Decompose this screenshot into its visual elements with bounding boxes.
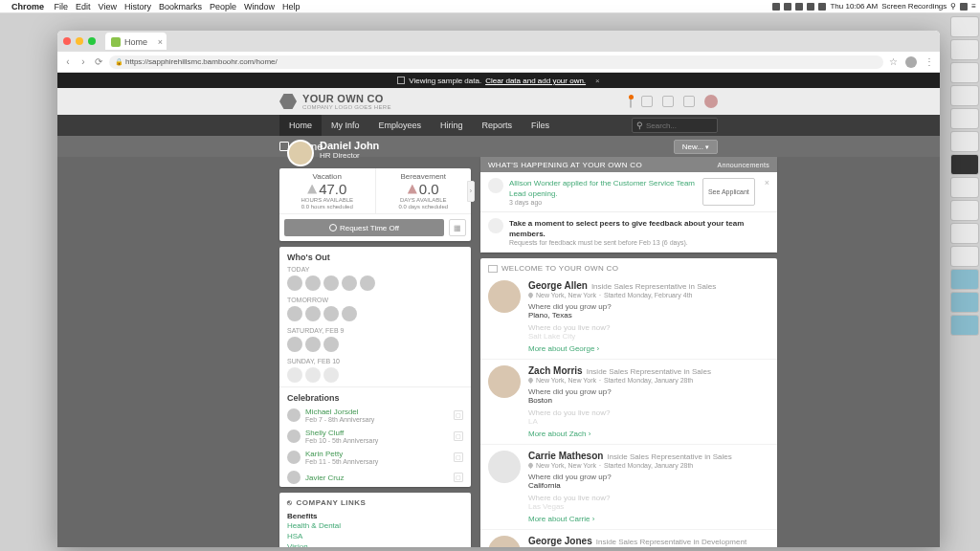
mac-app-menu[interactable]: Chrome FileEditViewHistoryBookmarksPeopl… [11, 2, 308, 11]
avatar[interactable] [305, 306, 321, 321]
celebration-item[interactable]: Karin PettyFeb 11 - 5th Anniversary▢ [279, 447, 471, 468]
cake-icon: ▢ [454, 473, 463, 482]
request-time-off-button[interactable]: Request Time Off [284, 219, 444, 236]
kebab-icon[interactable]: ⋮ [924, 56, 934, 68]
see-applicant-button[interactable]: See Applicant [702, 178, 755, 206]
avatar[interactable] [305, 276, 321, 291]
balance-vacation[interactable]: Vacation 47.0 HOURS AVAILABLE 0.0 hours … [279, 168, 375, 213]
avatar[interactable] [287, 140, 314, 166]
star-icon[interactable]: ☆ [889, 56, 898, 68]
cloud-icon[interactable] [641, 96, 653, 107]
avatar[interactable] [287, 276, 302, 291]
avatar[interactable] [305, 367, 321, 383]
avatar[interactable] [488, 451, 521, 483]
avatar[interactable] [342, 306, 357, 321]
tab-title: Home [124, 37, 147, 47]
announcements-link[interactable]: Announcements [718, 162, 770, 168]
nav-reports[interactable]: Reports [473, 115, 523, 136]
balance-bereavement[interactable]: Bereavement 0.0 DAYS AVAILABLE 0.0 days … [375, 168, 472, 213]
clear-sample-link[interactable]: Clear data and add your own. [485, 77, 586, 85]
more-link[interactable]: More about Carrie › [528, 515, 769, 523]
dismiss-icon[interactable]: × [761, 178, 769, 206]
notification-badge [629, 95, 634, 99]
nav-employees[interactable]: Employees [369, 115, 432, 136]
person-name[interactable]: George Allen [528, 280, 588, 291]
company-link[interactable]: Health & Dental [279, 520, 471, 531]
global-search[interactable]: ⚲ [632, 118, 718, 133]
avatar[interactable] [287, 337, 302, 352]
profile-icon[interactable] [905, 56, 917, 68]
more-link[interactable]: More about George › [528, 344, 769, 353]
nav-files[interactable]: Files [522, 115, 559, 136]
avatar[interactable] [323, 276, 339, 291]
avatar[interactable] [488, 365, 521, 398]
sample-text: Viewing sample data. [409, 77, 481, 85]
welcome-person: George AllenInside Sales Representative … [480, 275, 777, 360]
nav-myinfo[interactable]: My Info [322, 115, 369, 136]
avatar[interactable] [323, 367, 339, 383]
notice-headline: Allison Wonder applied for the Customer … [509, 178, 697, 199]
avatar[interactable] [488, 536, 521, 547]
search-input[interactable] [646, 121, 713, 130]
forward-icon[interactable]: › [78, 57, 88, 67]
avatar [287, 408, 301, 422]
calendar-button[interactable]: ▦ [449, 219, 466, 236]
avatar[interactable] [488, 280, 521, 313]
avatar[interactable] [287, 367, 302, 383]
person-name[interactable]: Carrie Matheson [528, 451, 603, 461]
person-name[interactable]: Zach Morris [528, 365, 583, 376]
next-balance-icon[interactable]: › [467, 181, 475, 202]
status-icon [772, 3, 780, 11]
menu-icon[interactable]: ≡ [971, 2, 976, 11]
welcome-card: WELCOME TO YOUR OWN CO George AllenInsid… [480, 258, 777, 547]
avatar[interactable] [287, 306, 302, 321]
avatar [287, 451, 301, 464]
avatar[interactable] [360, 276, 375, 291]
page-content: Viewing sample data. Clear data and add … [57, 73, 940, 547]
left-column: Daniel John HR Director Vacation 47.0 HO… [279, 157, 471, 547]
avatar[interactable] [305, 337, 321, 352]
help-icon[interactable] [683, 96, 695, 107]
mac-time: Thu 10:06 AM [830, 2, 878, 11]
reload-icon[interactable]: ⟳ [94, 57, 103, 67]
page-hero: Home New... [57, 136, 940, 157]
celebration-item[interactable]: Shelly CluffFeb 10 - 5th Anniversary▢ [279, 426, 471, 447]
nav-hiring[interactable]: Hiring [431, 115, 473, 136]
right-column: WHAT'S HAPPENING AT YOUR OWN CO Announce… [480, 157, 777, 547]
search-icon: ⚲ [636, 121, 643, 130]
avatar[interactable] [704, 95, 718, 108]
welcome-person: Carrie MathesonInside Sales Representati… [480, 445, 777, 530]
company-link[interactable]: HSA [279, 531, 471, 541]
profile-name: Daniel John [320, 140, 379, 151]
person-name[interactable]: George Jones [528, 536, 592, 546]
company-link[interactable]: Vision [279, 541, 471, 547]
close-tab-icon[interactable]: × [158, 37, 163, 47]
address-bar[interactable]: 🔒 https://sapphirehillsmc.bamboohr.com/h… [109, 55, 883, 69]
new-button[interactable]: New... [674, 140, 718, 154]
favicon-icon [111, 37, 121, 47]
browser-tab[interactable]: Home × [105, 33, 167, 50]
celebration-item[interactable]: Michael JorsdelFeb 7 - 8th Anniversary▢ [279, 405, 471, 426]
avatar[interactable] [323, 306, 339, 321]
happening-card: WHAT'S HAPPENING AT YOUR OWN CO Announce… [480, 157, 777, 253]
avatar[interactable] [323, 337, 339, 352]
brand-name: YOUR OWN CO [302, 93, 391, 104]
welcome-person: George JonesInside Sales Representative … [480, 530, 777, 547]
back-icon[interactable]: ‹ [63, 57, 73, 67]
avatar[interactable] [342, 276, 357, 291]
browser-tabbar: Home × [57, 31, 940, 52]
location-icon [527, 377, 534, 384]
window-controls[interactable] [63, 37, 96, 45]
link-icon[interactable] [662, 96, 674, 107]
more-link[interactable]: More about Zach › [528, 430, 769, 438]
gift-icon: ▢ [454, 410, 463, 420]
welcome-icon [488, 265, 498, 273]
control-icon[interactable] [960, 3, 968, 11]
nav-home[interactable]: Home [279, 115, 322, 136]
close-icon[interactable]: × [595, 77, 600, 85]
search-icon[interactable]: ⚲ [950, 2, 956, 11]
celebration-item[interactable]: Javier Cruz▢ [279, 468, 471, 487]
stack-icon [397, 77, 405, 84]
feedback-icon [488, 218, 503, 233]
status-icon [784, 3, 791, 11]
